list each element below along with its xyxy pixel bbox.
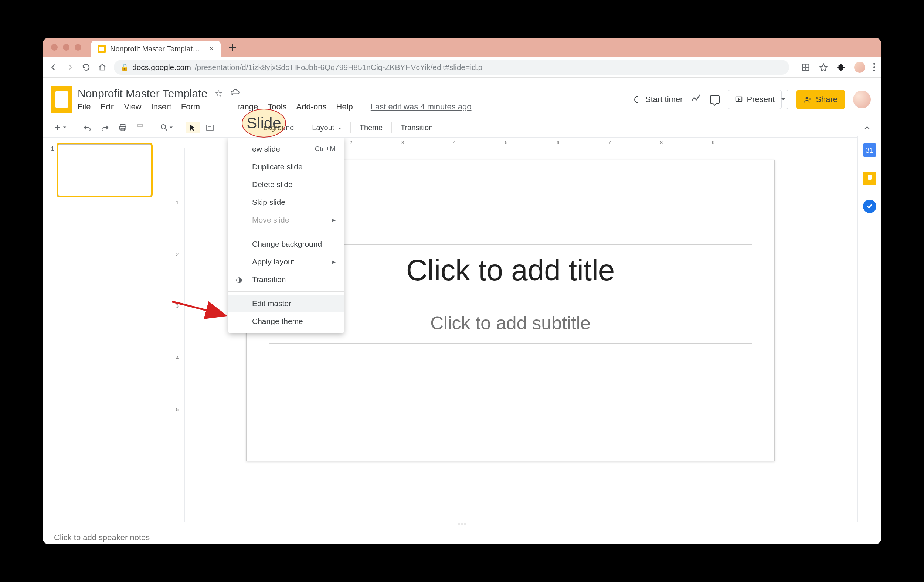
close-window-icon[interactable] bbox=[51, 44, 58, 51]
slide-canvas-area: 1 2 3 4 5 6 7 8 9 1 2 3 4 5 Click to add… bbox=[172, 137, 881, 522]
svg-rect-3 bbox=[806, 67, 808, 70]
extension-icon[interactable] bbox=[837, 63, 846, 72]
analytics-icon[interactable] bbox=[691, 94, 702, 105]
menu-transition[interactable]: ◑ Transition bbox=[228, 271, 344, 288]
home-button[interactable] bbox=[97, 63, 107, 72]
redo-button[interactable] bbox=[97, 122, 113, 133]
menu-view[interactable]: View bbox=[124, 102, 141, 112]
url-path: /presentation/d/1izk8yjxSdcTIFoJbb-6Qq79… bbox=[195, 63, 482, 72]
browser-tabbar: Nonprofit Master Template - G… × bbox=[43, 38, 881, 57]
browser-window: Nonprofit Master Template - G… × 🔒 docs.… bbox=[43, 38, 881, 544]
menu-duplicate-slide[interactable]: Duplicate slide bbox=[228, 158, 344, 175]
title-placeholder-text: Click to add title bbox=[406, 253, 615, 287]
timer-icon bbox=[633, 94, 643, 105]
comments-icon[interactable] bbox=[710, 95, 719, 104]
menu-format[interactable]: Form bbox=[181, 102, 200, 112]
thumbnail-number: 1 bbox=[51, 146, 54, 196]
lock-icon: 🔒 bbox=[120, 63, 129, 71]
menu-insert[interactable]: Insert bbox=[151, 102, 172, 112]
svg-point-5 bbox=[806, 97, 808, 99]
right-sidebar: 31 bbox=[858, 136, 881, 522]
svg-rect-0 bbox=[803, 64, 805, 66]
menu-skip-slide[interactable]: Skip slide bbox=[228, 193, 344, 211]
textbox-tool[interactable] bbox=[202, 122, 218, 134]
keep-addon-icon[interactable] bbox=[863, 172, 876, 185]
transition-icon: ◑ bbox=[236, 275, 242, 284]
close-tab-icon[interactable]: × bbox=[209, 44, 214, 54]
menu-addons[interactable]: Add-ons bbox=[296, 102, 327, 112]
toolbar-layout[interactable]: Layout bbox=[307, 121, 346, 134]
account-avatar-icon[interactable] bbox=[853, 91, 871, 108]
calendar-addon-icon[interactable]: 31 bbox=[863, 144, 876, 157]
menu-apply-layout[interactable]: Apply layout ▸ bbox=[228, 253, 344, 271]
subtitle-placeholder-text: Click to add subtitle bbox=[430, 312, 591, 334]
menu-move-slide: Move slide ▸ bbox=[228, 211, 344, 229]
svg-rect-9 bbox=[138, 124, 142, 126]
menu-slide-label[interactable]: Slide bbox=[246, 114, 281, 132]
share-button[interactable]: Share bbox=[797, 90, 845, 109]
tab-title: Nonprofit Master Template - G… bbox=[110, 45, 203, 53]
document-title[interactable]: Nonprofit Master Template bbox=[78, 87, 207, 100]
zoom-button[interactable] bbox=[157, 122, 177, 134]
menu-delete-slide[interactable]: Delete slide bbox=[228, 175, 344, 193]
notes-resize-handle[interactable] bbox=[43, 522, 881, 526]
menu-change-theme[interactable]: Change theme bbox=[228, 312, 344, 330]
last-edit-link[interactable]: Last edit was 4 minutes ago bbox=[371, 102, 472, 112]
toolbar-theme[interactable]: Theme bbox=[355, 121, 387, 134]
present-label: Present bbox=[747, 95, 775, 104]
main-area: 1 1 2 3 4 5 6 7 8 9 1 2 3 4 5 bbox=[43, 137, 881, 522]
present-dropdown[interactable] bbox=[778, 90, 789, 109]
minimize-window-icon[interactable] bbox=[63, 44, 69, 51]
select-tool[interactable] bbox=[186, 122, 200, 134]
share-label: Share bbox=[816, 95, 838, 104]
star-icon[interactable]: ☆ bbox=[215, 88, 223, 99]
tasks-addon-icon[interactable] bbox=[863, 200, 876, 213]
browser-tab[interactable]: Nonprofit Master Template - G… × bbox=[91, 41, 221, 57]
speaker-notes[interactable]: Click to add speaker notes bbox=[43, 526, 881, 544]
paint-format-button[interactable] bbox=[133, 121, 147, 134]
new-slide-button[interactable] bbox=[50, 122, 70, 134]
menu-edit-master[interactable]: Edit master bbox=[228, 295, 344, 312]
bookmark-icon[interactable] bbox=[818, 63, 828, 72]
cloud-status-icon[interactable] bbox=[230, 88, 241, 99]
url-actions bbox=[801, 62, 875, 73]
svg-point-10 bbox=[161, 125, 166, 129]
menu-new-slide[interactable]: ew slide Ctrl+M bbox=[228, 140, 344, 158]
print-button[interactable] bbox=[115, 121, 130, 134]
menu-file[interactable]: File bbox=[78, 102, 91, 112]
submenu-arrow-icon: ▸ bbox=[332, 216, 336, 224]
profile-avatar-icon[interactable] bbox=[854, 62, 865, 73]
slides-favicon bbox=[97, 45, 106, 53]
address-bar[interactable]: 🔒 docs.google.com/presentation/d/1izk8yj… bbox=[114, 60, 789, 75]
start-timer-button[interactable]: Start timer bbox=[634, 95, 683, 104]
install-icon[interactable] bbox=[801, 63, 810, 72]
menu-change-background[interactable]: Change background bbox=[228, 235, 344, 253]
browser-menu-icon[interactable] bbox=[873, 63, 875, 71]
back-button[interactable] bbox=[49, 63, 58, 72]
present-button[interactable]: Present bbox=[728, 90, 782, 109]
vertical-ruler: 1 2 3 4 5 bbox=[172, 148, 185, 522]
svg-rect-2 bbox=[803, 67, 805, 70]
undo-button[interactable] bbox=[79, 122, 95, 133]
url-domain: docs.google.com bbox=[132, 63, 191, 72]
maximize-window-icon[interactable] bbox=[75, 44, 81, 51]
slides-logo-icon[interactable] bbox=[51, 86, 73, 113]
thumbnail-panel: 1 bbox=[43, 137, 172, 522]
new-tab-button[interactable] bbox=[229, 44, 236, 51]
menu-edit[interactable]: Edit bbox=[100, 102, 114, 112]
forward-button[interactable] bbox=[65, 63, 75, 72]
collapse-toolbar-icon[interactable] bbox=[860, 120, 874, 136]
toolbar-transition[interactable]: Transition bbox=[396, 121, 437, 134]
start-timer-label: Start timer bbox=[645, 95, 683, 104]
menu-help[interactable]: Help bbox=[337, 102, 353, 112]
slide-dropdown-menu: ew slide Ctrl+M Duplicate slide Delete s… bbox=[228, 137, 344, 333]
window-controls[interactable] bbox=[51, 44, 81, 51]
slide-thumbnail[interactable] bbox=[58, 144, 151, 196]
document-header: Nonprofit Master Template ☆ File Edit Vi… bbox=[43, 78, 881, 117]
speaker-notes-placeholder: Click to add speaker notes bbox=[54, 533, 150, 542]
reload-button[interactable] bbox=[81, 63, 91, 72]
submenu-arrow-icon: ▸ bbox=[332, 258, 336, 266]
svg-rect-1 bbox=[806, 64, 808, 66]
toolbar: ckground Layout Theme Transition bbox=[43, 117, 881, 137]
browser-toolbar: 🔒 docs.google.com/presentation/d/1izk8yj… bbox=[43, 57, 881, 78]
